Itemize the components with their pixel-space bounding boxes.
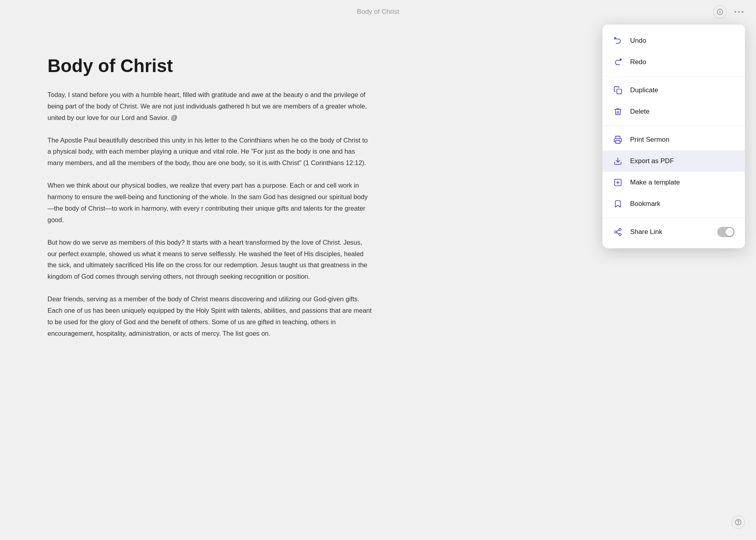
paragraph-3: When we think about our physical bodies,…	[47, 180, 372, 226]
menu-item-print-label: Print Sermon	[630, 136, 735, 144]
menu-item-duplicate[interactable]: Duplicate	[602, 80, 745, 101]
content-area: Body of Christ Today, I stand before you…	[0, 0, 396, 339]
divider-3	[602, 218, 745, 218]
undo-icon	[613, 36, 623, 46]
svg-point-2	[720, 11, 720, 11]
delete-icon	[613, 106, 623, 117]
menu-item-delete[interactable]: Delete	[602, 101, 745, 122]
paragraph-5: Dear friends, serving as a member of the…	[47, 293, 372, 339]
share-link-toggle[interactable]	[717, 227, 735, 237]
menu-item-delete-label: Delete	[630, 108, 735, 116]
context-menu: Undo Redo Duplicate Delete Print Sermon	[602, 25, 745, 248]
menu-item-share[interactable]: Share Link	[602, 221, 745, 243]
svg-point-3	[735, 11, 736, 13]
menu-item-share-label: Share Link	[630, 228, 710, 236]
paragraph-1: Today, I stand before you with a humble …	[47, 89, 372, 124]
bookmark-icon	[613, 199, 623, 209]
more-icon	[735, 11, 743, 13]
more-button[interactable]	[733, 9, 745, 15]
svg-point-4	[738, 11, 740, 13]
menu-item-template[interactable]: Make a template	[602, 172, 745, 193]
menu-item-export[interactable]: Export as PDF	[602, 150, 745, 172]
print-icon	[613, 135, 623, 145]
menu-item-redo-label: Redo	[630, 58, 735, 66]
menu-item-bookmark-label: Bookmark	[630, 200, 735, 208]
divider-2	[602, 125, 745, 126]
svg-line-16	[617, 230, 619, 232]
share-icon	[613, 227, 623, 237]
info-button[interactable]	[713, 5, 727, 19]
divider-1	[602, 76, 745, 76]
menu-item-template-label: Make a template	[630, 179, 735, 186]
menu-item-undo-label: Undo	[630, 37, 735, 45]
template-icon	[613, 177, 623, 188]
svg-line-15	[617, 232, 619, 234]
help-icon	[735, 519, 741, 525]
help-button[interactable]	[731, 515, 745, 529]
top-bar-actions	[713, 5, 745, 19]
paragraph-2: The Apostle Paul beautifully described t…	[47, 135, 372, 169]
svg-point-5	[742, 11, 743, 13]
export-icon	[613, 156, 623, 166]
svg-rect-7	[616, 141, 620, 143]
redo-icon	[613, 57, 623, 67]
menu-item-undo[interactable]: Undo	[602, 30, 745, 51]
menu-item-duplicate-label: Duplicate	[630, 86, 735, 94]
doc-title: Body of Christ	[47, 55, 372, 76]
menu-item-export-label: Export as PDF	[630, 157, 735, 165]
svg-rect-6	[617, 89, 621, 94]
top-bar: Body of Christ	[0, 0, 756, 24]
paragraph-4: But how do we serve as members of this b…	[47, 237, 372, 283]
menu-item-print[interactable]: Print Sermon	[602, 129, 745, 150]
svg-point-18	[738, 523, 739, 524]
info-icon	[717, 9, 723, 15]
menu-item-bookmark[interactable]: Bookmark	[602, 193, 745, 215]
duplicate-icon	[613, 85, 623, 95]
document-title: Body of Christ	[357, 8, 399, 16]
menu-item-redo[interactable]: Redo	[602, 51, 745, 73]
